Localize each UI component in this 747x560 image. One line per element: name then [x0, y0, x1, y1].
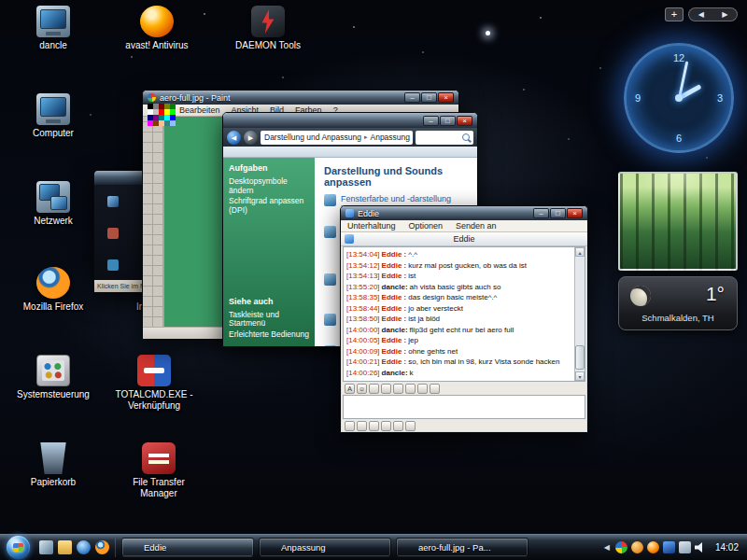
see-also-link[interactable]: Taskleiste und Startmenü [229, 311, 309, 329]
taskbar-button[interactable]: aero-full.jpg - Pa... [396, 538, 529, 557]
slideshow-gadget[interactable] [618, 172, 738, 271]
daemon-tray-icon[interactable] [663, 541, 675, 553]
toolbar-button[interactable] [430, 384, 440, 394]
weather-gadget[interactable]: 1° Schmalkalden, TH [618, 276, 738, 330]
scroll-down-icon[interactable]: ▾ [575, 371, 585, 381]
paint-toolbox[interactable] [143, 117, 164, 327]
tray-chevron-icon[interactable]: ◀ [604, 543, 610, 552]
toolbar-button[interactable] [369, 384, 379, 394]
desktop-icon[interactable]: Systemsteuerung [14, 355, 92, 400]
title-bar[interactable]: – □ × [223, 113, 477, 128]
desktop-icon-label: dancle [14, 40, 92, 51]
close-button[interactable]: × [567, 208, 583, 218]
task-link[interactable]: Schriftgrad anpassen (DPI) [229, 197, 309, 215]
message-sender: dancle: [382, 283, 408, 291]
taskbar-clock[interactable]: 14:02 [715, 542, 739, 553]
message-sender: Eddie : [382, 347, 407, 356]
desktop-icon[interactable]: Netzwerk [14, 181, 92, 227]
desktop-icon[interactable]: File Transfer Manager [120, 442, 198, 499]
menu-item[interactable]: Senden an [449, 221, 503, 231]
title-bar[interactable]: aero-full.jpg - Paint – □ × [143, 91, 458, 105]
color-palette[interactable] [148, 104, 153, 109]
scrollbar[interactable]: ▴ ▾ [574, 247, 585, 381]
desktop-icon-label: avast! Antivirus [118, 40, 196, 51]
desktop-icon[interactable]: Mozilla Firefox [14, 267, 92, 313]
desktop-icon-label: DAEMON Tools [229, 40, 307, 51]
toolbar-button[interactable] [369, 421, 379, 431]
menu-item[interactable]: Optionen [402, 221, 450, 231]
menu-item[interactable]: Unterhaltung [341, 221, 402, 231]
desktop-icon-label: Computer [14, 128, 92, 139]
taskbar-button-label: Anpassung [281, 542, 326, 553]
breadcrumb-segment[interactable]: Darstellung und Anpassung [264, 133, 361, 142]
desktop-icon[interactable]: Computer [14, 93, 92, 139]
start-button[interactable] [7, 536, 30, 559]
network-tray-icon[interactable] [679, 541, 691, 553]
toolbar-button[interactable] [381, 421, 391, 431]
toolbar-button[interactable] [381, 384, 391, 394]
see-also-link[interactable]: Erleichterte Bedienung [229, 330, 309, 340]
toolbar-button[interactable] [345, 421, 355, 431]
close-button[interactable]: × [438, 92, 454, 103]
firefox-icon[interactable] [95, 540, 109, 554]
taskbar-button[interactable]: Anpassung [259, 538, 391, 557]
desktop-icon[interactable]: TOTALCMD.EXE - Verknüpfung [115, 355, 193, 412]
message-time: [14:00:21] [346, 357, 380, 366]
avast-tray-icon[interactable] [647, 541, 659, 553]
item-title[interactable]: Fensterfarbe und -darstellung [341, 194, 468, 203]
gadget-pager[interactable]: ◀ ▶ [688, 7, 738, 21]
msn-icon[interactable] [615, 541, 627, 553]
close-button[interactable]: × [457, 116, 472, 126]
maximize-button[interactable]: □ [421, 92, 437, 103]
minimize-button[interactable]: – [404, 92, 420, 103]
toolbar-button[interactable]: A [345, 384, 355, 394]
chat-window[interactable]: Eddie – □ × UnterhaltungOptionenSenden a… [340, 205, 588, 433]
search-input[interactable] [416, 131, 473, 145]
task-link[interactable]: Desktopsymbole ändern [229, 177, 309, 195]
toolbar-button[interactable] [405, 384, 416, 394]
add-gadget-button[interactable]: + [665, 7, 684, 21]
message-text: ohne gehts net [408, 347, 458, 356]
desktop-icon[interactable]: Papierkorb [14, 442, 92, 488]
toolbar-button[interactable] [405, 421, 416, 431]
message-time: [13:54:13] [346, 272, 380, 280]
ie-icon[interactable] [77, 540, 91, 554]
breadcrumb-segment[interactable]: Anpassung [370, 133, 410, 142]
maximize-button[interactable]: □ [440, 116, 456, 126]
volume-icon[interactable] [695, 541, 707, 553]
minimize-button[interactable]: – [423, 116, 439, 126]
message-input[interactable] [343, 395, 585, 419]
clock-gadget[interactable]: 12 3 6 9 [624, 43, 734, 153]
maximize-button[interactable]: □ [550, 208, 566, 218]
toolbar-button[interactable]: ☺ [357, 384, 367, 394]
breadcrumb[interactable]: Darstellung und Anpassung ▸ Anpassung [261, 131, 413, 145]
chat-message: [14:00:21]Eddie :so, ich bin mal in 98, … [346, 357, 571, 368]
message-time: [13:54:04] [346, 250, 380, 259]
title-bar[interactable]: Eddie – □ × [341, 206, 587, 220]
message-text: flip3d geht echt nur bei aero full [410, 326, 514, 334]
show-desktop-icon[interactable] [39, 540, 53, 554]
message-time: [13:58:50] [346, 315, 380, 323]
next-arrow-icon[interactable]: ▶ [722, 10, 727, 19]
chat-icon [127, 541, 139, 553]
message-sender: Eddie : [382, 336, 407, 344]
minimize-button[interactable]: – [533, 208, 549, 218]
update-icon[interactable] [631, 541, 643, 553]
folder-icon[interactable] [58, 540, 72, 554]
address-bar: ◀ ▶ Darstellung und Anpassung ▸ Anpassun… [223, 128, 477, 147]
desktop-icon[interactable]: DAEMON Tools [229, 6, 307, 51]
desktop-icon[interactable]: avast! Antivirus [118, 6, 196, 51]
toolbar-button[interactable] [393, 421, 403, 431]
taskbar-button[interactable]: Eddie [121, 538, 254, 557]
forward-button[interactable]: ▶ [244, 131, 258, 145]
scrollbar-thumb[interactable] [575, 345, 585, 370]
control-panel-icon [264, 541, 276, 553]
toolbar-button[interactable] [417, 384, 428, 394]
toolbar-button[interactable] [357, 421, 367, 431]
desktop-icon[interactable]: dancle [14, 6, 92, 51]
scroll-up-icon[interactable]: ▴ [575, 247, 585, 257]
back-button[interactable]: ◀ [227, 131, 241, 145]
prev-arrow-icon[interactable]: ◀ [698, 10, 704, 19]
menu-item[interactable]: Bearbeiten [174, 105, 226, 115]
toolbar-button[interactable] [393, 384, 403, 394]
